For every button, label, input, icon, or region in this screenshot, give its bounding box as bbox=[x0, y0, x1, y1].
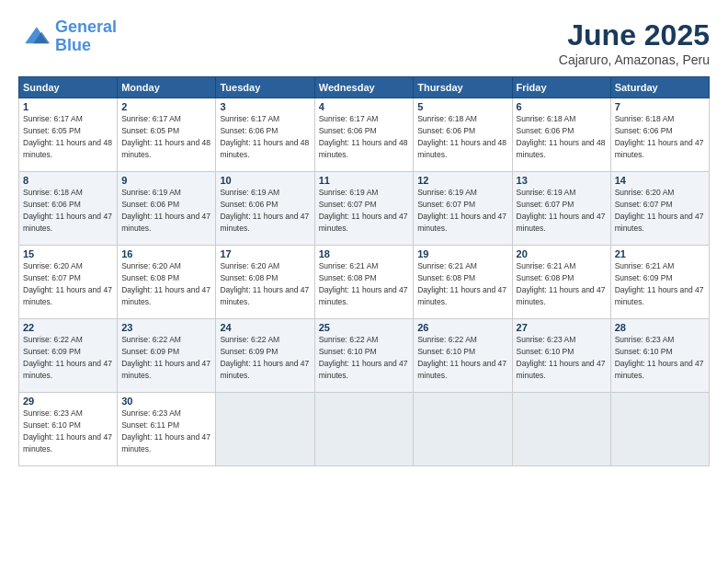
day-number: 26 bbox=[417, 322, 507, 333]
day-number: 15 bbox=[23, 248, 113, 259]
day-info: Sunrise: 6:21 AMSunset: 6:08 PMDaylight:… bbox=[319, 261, 408, 306]
calendar-day-cell: 5 Sunrise: 6:18 AMSunset: 6:06 PMDayligh… bbox=[414, 98, 512, 172]
day-number: 7 bbox=[615, 101, 705, 112]
calendar-day-cell: 10 Sunrise: 6:19 AMSunset: 6:06 PMDaylig… bbox=[216, 172, 314, 246]
day-info: Sunrise: 6:20 AMSunset: 6:08 PMDaylight:… bbox=[220, 261, 309, 306]
calendar-day-cell: 6 Sunrise: 6:18 AMSunset: 6:06 PMDayligh… bbox=[512, 98, 610, 172]
calendar-day-header: Friday bbox=[512, 77, 610, 98]
day-info: Sunrise: 6:20 AMSunset: 6:08 PMDaylight:… bbox=[121, 261, 210, 306]
day-info: Sunrise: 6:18 AMSunset: 6:06 PMDaylight:… bbox=[517, 114, 606, 159]
day-number: 14 bbox=[615, 175, 705, 186]
calendar-day-cell: 7 Sunrise: 6:18 AMSunset: 6:06 PMDayligh… bbox=[610, 98, 709, 172]
day-number: 18 bbox=[319, 248, 409, 259]
day-info: Sunrise: 6:22 AMSunset: 6:09 PMDaylight:… bbox=[121, 335, 210, 380]
day-info: Sunrise: 6:19 AMSunset: 6:07 PMDaylight:… bbox=[319, 188, 408, 233]
day-number: 28 bbox=[615, 322, 705, 333]
calendar-day-header: Monday bbox=[118, 77, 216, 98]
calendar-day-cell: 8 Sunrise: 6:18 AMSunset: 6:06 PMDayligh… bbox=[19, 172, 118, 246]
day-number: 20 bbox=[517, 248, 607, 259]
calendar-day-cell: 24 Sunrise: 6:22 AMSunset: 6:09 PMDaylig… bbox=[216, 319, 314, 393]
day-info: Sunrise: 6:22 AMSunset: 6:09 PMDaylight:… bbox=[220, 335, 309, 380]
day-number: 10 bbox=[220, 175, 310, 186]
calendar-day-cell bbox=[414, 393, 512, 466]
day-number: 9 bbox=[121, 175, 211, 186]
calendar-day-header: Saturday bbox=[610, 77, 709, 98]
day-info: Sunrise: 6:23 AMSunset: 6:10 PMDaylight:… bbox=[615, 335, 704, 380]
calendar-day-cell: 11 Sunrise: 6:19 AMSunset: 6:07 PMDaylig… bbox=[314, 172, 413, 246]
day-number: 23 bbox=[121, 322, 211, 333]
day-info: Sunrise: 6:21 AMSunset: 6:09 PMDaylight:… bbox=[615, 261, 704, 306]
calendar-day-cell bbox=[216, 393, 314, 466]
day-info: Sunrise: 6:23 AMSunset: 6:11 PMDaylight:… bbox=[121, 408, 210, 454]
day-info: Sunrise: 6:22 AMSunset: 6:10 PMDaylight:… bbox=[319, 335, 408, 380]
day-number: 19 bbox=[417, 248, 507, 259]
day-info: Sunrise: 6:22 AMSunset: 6:09 PMDaylight:… bbox=[23, 335, 112, 380]
calendar-day-cell: 15 Sunrise: 6:20 AMSunset: 6:07 PMDaylig… bbox=[19, 246, 118, 319]
day-number: 16 bbox=[121, 248, 211, 259]
calendar-day-cell: 17 Sunrise: 6:20 AMSunset: 6:08 PMDaylig… bbox=[216, 246, 314, 319]
day-info: Sunrise: 6:18 AMSunset: 6:06 PMDaylight:… bbox=[417, 114, 506, 159]
calendar-day-cell: 13 Sunrise: 6:19 AMSunset: 6:07 PMDaylig… bbox=[512, 172, 610, 246]
day-info: Sunrise: 6:19 AMSunset: 6:06 PMDaylight:… bbox=[121, 188, 210, 233]
day-info: Sunrise: 6:22 AMSunset: 6:10 PMDaylight:… bbox=[417, 335, 506, 380]
day-number: 21 bbox=[615, 248, 705, 259]
day-number: 2 bbox=[121, 101, 211, 112]
day-info: Sunrise: 6:19 AMSunset: 6:07 PMDaylight:… bbox=[517, 188, 606, 233]
day-info: Sunrise: 6:17 AMSunset: 6:05 PMDaylight:… bbox=[121, 114, 210, 159]
day-info: Sunrise: 6:23 AMSunset: 6:10 PMDaylight:… bbox=[517, 335, 606, 380]
calendar-day-cell: 2 Sunrise: 6:17 AMSunset: 6:05 PMDayligh… bbox=[118, 98, 216, 172]
day-number: 6 bbox=[517, 101, 607, 112]
calendar-day-cell: 4 Sunrise: 6:17 AMSunset: 6:06 PMDayligh… bbox=[314, 98, 413, 172]
calendar-title: June 2025 bbox=[559, 18, 710, 52]
day-number: 24 bbox=[220, 322, 310, 333]
calendar-day-cell: 26 Sunrise: 6:22 AMSunset: 6:10 PMDaylig… bbox=[414, 319, 512, 393]
day-number: 4 bbox=[319, 101, 409, 112]
calendar-day-cell bbox=[512, 393, 610, 466]
title-block: June 2025 Cajaruro, Amazonas, Peru bbox=[559, 18, 710, 67]
day-number: 29 bbox=[23, 396, 113, 407]
logo: General Blue bbox=[18, 18, 117, 55]
calendar-header-row: SundayMondayTuesdayWednesdayThursdayFrid… bbox=[19, 77, 710, 98]
calendar-week-row: 22 Sunrise: 6:22 AMSunset: 6:09 PMDaylig… bbox=[19, 319, 710, 393]
day-number: 12 bbox=[417, 175, 507, 186]
day-info: Sunrise: 6:21 AMSunset: 6:08 PMDaylight:… bbox=[517, 261, 606, 306]
calendar-day-cell: 1 Sunrise: 6:17 AMSunset: 6:05 PMDayligh… bbox=[19, 98, 118, 172]
day-info: Sunrise: 6:18 AMSunset: 6:06 PMDaylight:… bbox=[23, 188, 112, 233]
logo-text: General Blue bbox=[55, 18, 117, 55]
calendar-week-row: 8 Sunrise: 6:18 AMSunset: 6:06 PMDayligh… bbox=[19, 172, 710, 246]
calendar-day-cell: 16 Sunrise: 6:20 AMSunset: 6:08 PMDaylig… bbox=[118, 246, 216, 319]
calendar-day-cell: 14 Sunrise: 6:20 AMSunset: 6:07 PMDaylig… bbox=[610, 172, 709, 246]
calendar-day-cell: 22 Sunrise: 6:22 AMSunset: 6:09 PMDaylig… bbox=[19, 319, 118, 393]
calendar-day-cell: 12 Sunrise: 6:19 AMSunset: 6:07 PMDaylig… bbox=[414, 172, 512, 246]
calendar-day-cell: 19 Sunrise: 6:21 AMSunset: 6:08 PMDaylig… bbox=[414, 246, 512, 319]
day-number: 3 bbox=[220, 101, 310, 112]
calendar-day-cell: 30 Sunrise: 6:23 AMSunset: 6:11 PMDaylig… bbox=[118, 393, 216, 466]
calendar-table: SundayMondayTuesdayWednesdayThursdayFrid… bbox=[18, 76, 710, 466]
calendar-week-row: 15 Sunrise: 6:20 AMSunset: 6:07 PMDaylig… bbox=[19, 246, 710, 319]
logo-icon bbox=[18, 20, 51, 53]
day-info: Sunrise: 6:20 AMSunset: 6:07 PMDaylight:… bbox=[615, 188, 704, 233]
day-info: Sunrise: 6:18 AMSunset: 6:06 PMDaylight:… bbox=[615, 114, 704, 159]
day-number: 17 bbox=[220, 248, 310, 259]
calendar-week-row: 29 Sunrise: 6:23 AMSunset: 6:10 PMDaylig… bbox=[19, 393, 710, 466]
day-number: 11 bbox=[319, 175, 409, 186]
day-number: 1 bbox=[23, 101, 113, 112]
day-number: 5 bbox=[417, 101, 507, 112]
calendar-day-cell: 3 Sunrise: 6:17 AMSunset: 6:06 PMDayligh… bbox=[216, 98, 314, 172]
day-number: 22 bbox=[23, 322, 113, 333]
day-number: 25 bbox=[319, 322, 409, 333]
calendar-day-header: Tuesday bbox=[216, 77, 314, 98]
day-number: 8 bbox=[23, 175, 113, 186]
day-info: Sunrise: 6:21 AMSunset: 6:08 PMDaylight:… bbox=[417, 261, 506, 306]
calendar-day-cell: 9 Sunrise: 6:19 AMSunset: 6:06 PMDayligh… bbox=[118, 172, 216, 246]
calendar-day-header: Sunday bbox=[19, 77, 118, 98]
calendar-day-cell: 29 Sunrise: 6:23 AMSunset: 6:10 PMDaylig… bbox=[19, 393, 118, 466]
day-info: Sunrise: 6:17 AMSunset: 6:05 PMDaylight:… bbox=[23, 114, 112, 159]
calendar-day-cell: 25 Sunrise: 6:22 AMSunset: 6:10 PMDaylig… bbox=[314, 319, 413, 393]
day-number: 30 bbox=[121, 396, 211, 407]
calendar-day-cell bbox=[610, 393, 709, 466]
calendar-subtitle: Cajaruro, Amazonas, Peru bbox=[559, 52, 710, 67]
day-number: 27 bbox=[517, 322, 607, 333]
calendar-day-cell: 21 Sunrise: 6:21 AMSunset: 6:09 PMDaylig… bbox=[610, 246, 709, 319]
day-info: Sunrise: 6:20 AMSunset: 6:07 PMDaylight:… bbox=[23, 261, 112, 306]
